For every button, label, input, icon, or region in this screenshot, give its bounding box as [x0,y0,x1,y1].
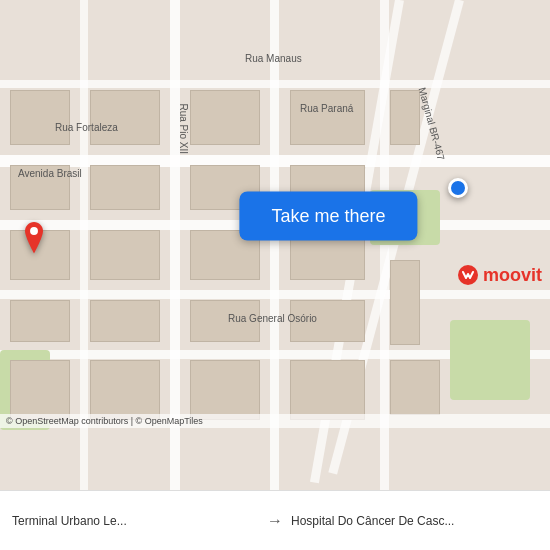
city-block [90,300,160,342]
park-area-2 [450,320,530,400]
city-block [90,360,160,420]
route-arrow-icon: → [267,512,283,530]
street-label-manaus: Rua Manaus [245,53,302,64]
city-block [90,90,160,145]
map-attribution: © OpenStreetMap contributors | © OpenMap… [0,414,550,428]
street-label-brasil: Avenida Brasil [18,168,82,179]
map-container: Rua Manaus Rua Fortaleza Avenida Brasil … [0,0,550,490]
street-label-pio-xii: Rua Pio XII [178,104,189,155]
city-block [290,360,365,420]
svg-point-0 [30,227,38,235]
route-to-label: Hospital Do Câncer De Casc... [291,514,538,528]
city-block [10,360,70,420]
city-block [390,90,420,145]
moovit-logo-text: moovit [483,265,542,286]
take-me-there-button[interactable]: Take me there [239,191,417,240]
city-block [10,300,70,342]
origin-marker [20,222,48,262]
city-block [390,360,440,415]
destination-marker [448,178,468,198]
city-block [90,230,160,280]
city-block [10,90,70,145]
city-block [190,360,260,420]
route-from-label: Terminal Urbano Le... [12,514,259,528]
moovit-logo-icon [457,264,479,286]
street-label-fortaleza: Rua Fortaleza [55,122,118,133]
city-block [390,260,420,345]
city-block [190,90,260,145]
street-label-general-osorio: Rua General Osório [228,313,317,324]
street-label-parana: Rua Paraná [300,103,353,114]
moovit-logo: moovit [457,264,542,286]
city-block [90,165,160,210]
city-block [290,90,365,145]
bottom-bar: Terminal Urbano Le... → Hospital Do Cânc… [0,490,550,550]
